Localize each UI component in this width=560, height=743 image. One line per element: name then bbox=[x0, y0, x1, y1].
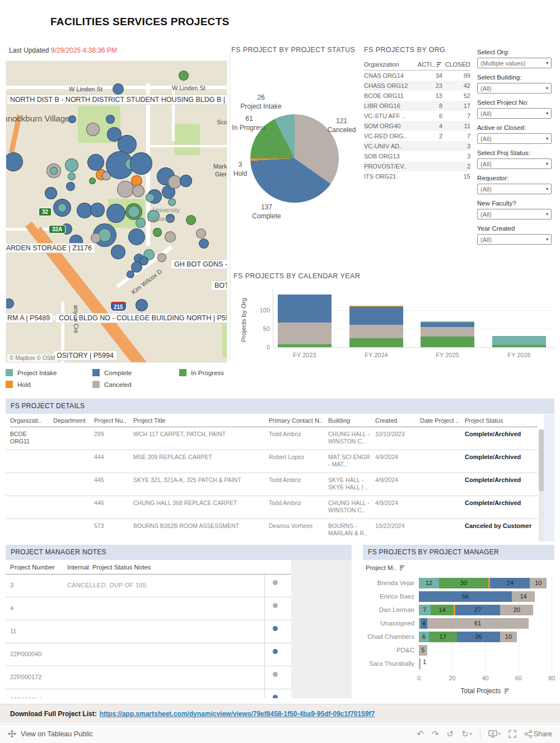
manager-segment-in_progress[interactable]: 30 bbox=[439, 578, 489, 588]
filter-dropdown-7[interactable]: (All)▾ bbox=[477, 234, 552, 245]
manager-segment-project_intake[interactable]: 12 bbox=[419, 578, 439, 588]
org-table-cell[interactable]: 3 bbox=[442, 151, 470, 161]
org-table-header[interactable]: ACTI.. bbox=[417, 59, 442, 71]
org-table-cell[interactable]: 2 bbox=[442, 161, 470, 171]
manager-bar[interactable]: 6172610 bbox=[419, 632, 517, 642]
calendar-segment-complete[interactable] bbox=[349, 307, 403, 325]
org-table-cell[interactable]: LIBR ORG16 bbox=[364, 101, 417, 111]
calendar-bar-FY-2024[interactable] bbox=[349, 306, 403, 347]
calendar-segment-canceled[interactable] bbox=[421, 327, 474, 337]
manager-bar[interactable]: 1 bbox=[419, 658, 426, 669]
map-bubble-complete[interactable] bbox=[90, 203, 105, 217]
share-button[interactable]: Share bbox=[524, 730, 552, 738]
org-table-cell[interactable]: 3 bbox=[442, 141, 470, 151]
org-table-cell[interactable]: 42 bbox=[442, 81, 470, 91]
org-table-cell[interactable]: SOB ORG13 bbox=[364, 151, 417, 161]
org-table-cell[interactable]: BCOE ORG11 bbox=[364, 91, 417, 101]
org-table-cell[interactable]: SOM ORG40 bbox=[364, 121, 417, 131]
org-table-cell[interactable]: CNAS ORG14 bbox=[364, 71, 417, 81]
details-cell[interactable] bbox=[420, 427, 465, 450]
map-bubble-canceled[interactable] bbox=[91, 233, 101, 243]
map-bubble-complete[interactable] bbox=[106, 115, 115, 124]
refresh-button[interactable]: ↻▾ bbox=[461, 729, 472, 739]
manager-segment-canceled[interactable]: 10 bbox=[500, 632, 517, 642]
map-bubble-project_intake[interactable] bbox=[68, 172, 76, 180]
org-table-cell[interactable] bbox=[417, 151, 442, 161]
calendar-segment-in_progress[interactable] bbox=[421, 337, 474, 347]
undo-button[interactable]: ↶ bbox=[417, 729, 424, 739]
map-bubble-complete[interactable] bbox=[66, 182, 75, 191]
details-header-cell[interactable]: Created bbox=[375, 414, 420, 427]
details-cell[interactable]: Complete/Archived bbox=[465, 496, 538, 518]
manager-segment-complete[interactable]: 56 bbox=[419, 591, 512, 602]
filter-dropdown-3[interactable]: (All)▾ bbox=[477, 133, 552, 144]
replay-button[interactable]: ↺ bbox=[446, 729, 454, 739]
manager-bar[interactable]: 5614 bbox=[419, 591, 535, 602]
details-cell[interactable]: 445 bbox=[94, 473, 133, 496]
details-header-cell[interactable]: Organizati.. bbox=[10, 414, 53, 427]
map-bubble-complete[interactable] bbox=[113, 83, 124, 95]
org-table-cell[interactable] bbox=[417, 141, 442, 151]
calendar-bar-FY-2025[interactable] bbox=[421, 321, 474, 347]
map-bubble-in_progress[interactable] bbox=[89, 177, 96, 184]
details-cell[interactable]: 10/10/2023 bbox=[375, 427, 420, 450]
filter-dropdown-6[interactable]: (All)▾ bbox=[477, 209, 552, 219]
calendar-segment-complete[interactable] bbox=[278, 295, 332, 323]
map-bubble-canceled[interactable] bbox=[86, 123, 100, 136]
org-table-cell[interactable]: 8 bbox=[417, 101, 442, 111]
details-cell[interactable]: CHUNG HALL 368 REPLACE CARPET bbox=[133, 496, 269, 518]
manager-segment-in_progress[interactable]: 14 bbox=[431, 605, 454, 615]
details-cell[interactable] bbox=[420, 450, 465, 473]
details-cell[interactable] bbox=[53, 473, 94, 496]
map-bubble-complete[interactable] bbox=[180, 175, 192, 187]
details-header-cell[interactable]: Building bbox=[328, 414, 375, 427]
details-cell[interactable]: Todd Ambriz bbox=[269, 427, 328, 450]
sort-icon[interactable] bbox=[400, 566, 405, 571]
details-header-cell[interactable]: Date Project .. bbox=[420, 414, 465, 427]
map-bubble-canceled[interactable] bbox=[196, 228, 206, 239]
manager-segment-canceled[interactable] bbox=[419, 658, 421, 669]
download-link[interactable]: https://app.smartsheet.com/dynamicview/v… bbox=[100, 710, 375, 718]
map-bubble-complete[interactable] bbox=[106, 204, 125, 223]
calendar-segment-complete[interactable] bbox=[421, 323, 474, 328]
details-cell[interactable] bbox=[420, 519, 465, 541]
map-bubble-canceled[interactable] bbox=[165, 231, 176, 242]
org-table-cell[interactable]: VC-STU AFF .. bbox=[364, 111, 417, 121]
filter-dropdown-5[interactable]: (All)▾ bbox=[477, 184, 552, 194]
org-table-cell[interactable]: 17 bbox=[442, 101, 470, 111]
map-bubble-complete[interactable] bbox=[130, 152, 152, 175]
details-cell[interactable]: BOURNS B362B ROOM ASSESSMENT bbox=[133, 519, 269, 541]
details-table-row[interactable]: BCOE ORG11299WCH 117 CARPET, PATCH, PAIN… bbox=[6, 427, 538, 450]
details-table-row[interactable]: 573BOURNS B362B ROOM ASSESSMENTDeanna Vo… bbox=[6, 519, 538, 541]
org-table-cell[interactable]: VC-RED ORG.. bbox=[364, 131, 417, 141]
details-cell[interactable]: Complete/Archived bbox=[465, 450, 538, 473]
manager-segment-complete[interactable]: 27 bbox=[455, 605, 500, 615]
notes-table-row[interactable]: 22P000040 bbox=[6, 643, 291, 666]
details-cell[interactable]: MAT SCI ENGR - MAT.. bbox=[328, 450, 375, 473]
details-cell[interactable]: MSE 209 REPLACE CARPET bbox=[133, 450, 269, 473]
details-cell[interactable]: Todd Ambriz bbox=[269, 473, 328, 496]
map-bubble-canceled[interactable] bbox=[117, 181, 134, 198]
view-on-tableau-public[interactable]: View on Tableau Public bbox=[21, 730, 93, 738]
manager-segment-canceled[interactable]: 5 bbox=[419, 645, 427, 656]
org-table-cell[interactable]: 23 bbox=[417, 81, 442, 91]
org-table-cell[interactable]: 52 bbox=[442, 91, 470, 101]
calendar-bar-FY-2023[interactable] bbox=[278, 295, 332, 347]
details-cell[interactable] bbox=[10, 496, 53, 518]
details-cell[interactable] bbox=[53, 427, 94, 450]
manager-bar[interactable]: 12302410 bbox=[419, 578, 547, 588]
map-bubble-canceled[interactable] bbox=[132, 185, 144, 197]
org-table-cell[interactable]: VC-UNIV AD.. bbox=[364, 141, 417, 151]
map-bubble-in_progress[interactable] bbox=[153, 228, 162, 237]
manager-segment-project_intake[interactable]: 7 bbox=[419, 605, 431, 615]
details-cell[interactable]: 4/9/2024 bbox=[375, 496, 420, 518]
details-cell[interactable] bbox=[420, 496, 465, 518]
details-header-cell[interactable]: Project Nu.. bbox=[94, 414, 133, 427]
notes-table-row[interactable]: 11 bbox=[6, 620, 291, 643]
map-bubble-complete[interactable] bbox=[199, 239, 209, 249]
details-cell[interactable]: 4/9/2024 bbox=[375, 450, 420, 473]
details-table-row[interactable]: 444MSE 209 REPLACE CARPETRobert LopezMAT… bbox=[6, 450, 538, 473]
notes-table-row[interactable]: 22P000214 bbox=[6, 689, 291, 698]
details-cell[interactable]: 573 bbox=[94, 519, 133, 541]
details-cell[interactable]: 446 bbox=[94, 496, 133, 518]
